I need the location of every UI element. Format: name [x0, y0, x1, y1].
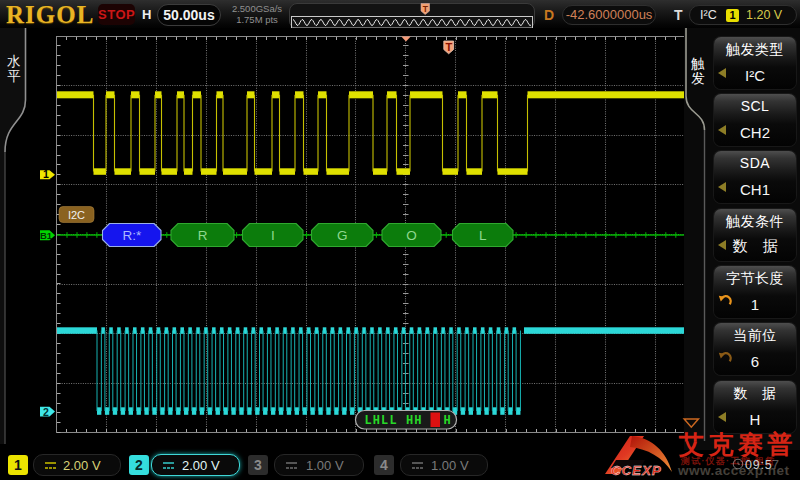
svg-text:艾克赛普: 艾克赛普	[678, 430, 797, 458]
svg-text:发: 发	[691, 71, 705, 86]
svg-text:触: 触	[690, 56, 705, 71]
svg-text:H: H	[444, 414, 451, 428]
svg-text:水: 水	[6, 54, 21, 69]
svg-text:O: O	[406, 228, 417, 243]
svg-text:7: 7	[772, 458, 779, 472]
svg-text:B1: B1	[40, 230, 53, 241]
svg-text:LHLL HH: LHLL HH	[365, 414, 423, 428]
svg-text:CCEXP: CCEXP	[611, 463, 662, 478]
svg-text:平: 平	[7, 69, 21, 84]
svg-text:L: L	[479, 228, 487, 243]
svg-text:G: G	[337, 228, 348, 243]
svg-text:R:*: R:*	[122, 228, 142, 243]
svg-text:1: 1	[43, 168, 49, 180]
svg-text:I2C: I2C	[68, 209, 85, 221]
svg-text:09:5: 09:5	[745, 458, 773, 472]
svg-text:2: 2	[43, 406, 49, 418]
svg-text:I: I	[271, 228, 275, 243]
svg-text:R: R	[198, 228, 208, 243]
svg-text:T: T	[445, 41, 452, 53]
